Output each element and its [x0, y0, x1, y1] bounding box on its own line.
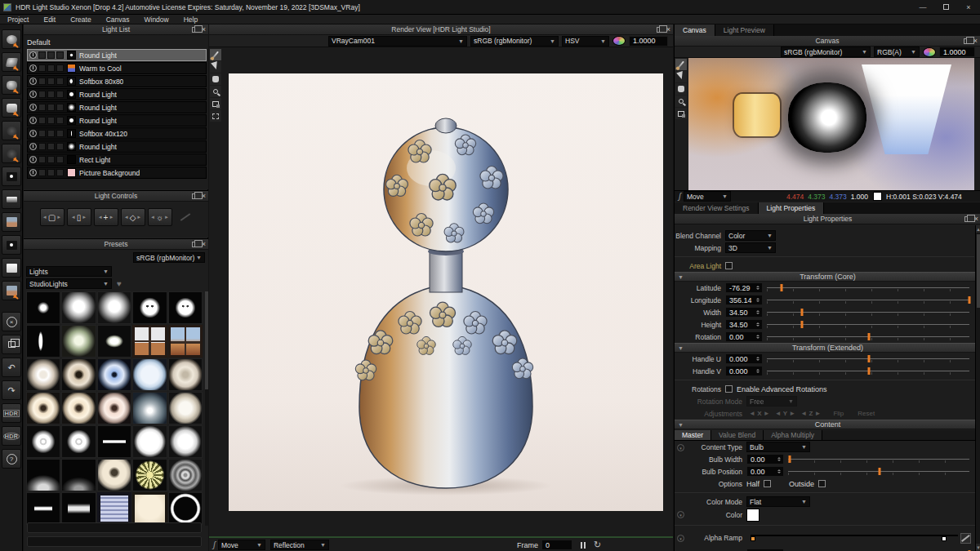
presets-library-dropdown[interactable]: StudioLights▼ [26, 278, 112, 289]
light-mask-button[interactable] [56, 130, 64, 137]
menu-canvas[interactable]: Canvas [99, 16, 137, 24]
preset-thumbnail[interactable] [132, 291, 167, 324]
hdr-export-icon[interactable]: HDR [2, 403, 21, 423]
hdr-render-icon[interactable]: HDR [2, 426, 21, 446]
preset-thumbnail[interactable] [97, 325, 131, 358]
canvas-channel-dropdown[interactable]: RGB(A)▼ [874, 47, 920, 57]
preset-thumbnail[interactable] [132, 425, 167, 458]
preset-thumbnail[interactable] [168, 492, 203, 525]
create-soft-light-icon[interactable] [2, 75, 21, 95]
preset-thumbnail[interactable] [168, 325, 203, 358]
preset-thumbnail[interactable] [97, 425, 131, 458]
tab-master[interactable]: Master [675, 430, 711, 440]
preset-thumbnail[interactable] [26, 392, 60, 424]
delete-light-icon[interactable]: × [2, 312, 21, 331]
display-mode-dropdown[interactable]: HSV▼ [562, 36, 609, 47]
latitude-slider[interactable] [767, 283, 971, 292]
tab-light-preview[interactable]: Light Preview [715, 24, 774, 36]
select-tool-icon[interactable] [210, 61, 221, 73]
light-power-toggle[interactable] [29, 51, 37, 59]
light-mask-button[interactable] [56, 117, 64, 124]
canvas-colorspace-dropdown[interactable]: sRGB (rgbMonitor)▼ [781, 47, 871, 57]
light-power-toggle[interactable] [29, 130, 37, 137]
tab-canvas[interactable]: Canvas [675, 24, 715, 36]
zoom-tool-icon[interactable] [675, 96, 687, 107]
help-icon[interactable]: ? [2, 449, 21, 469]
adjust-y-button[interactable]: ◄ Y ► [775, 410, 796, 417]
adjust-z-button[interactable]: ◄ Z ► [800, 410, 821, 417]
adjust-x-button[interactable]: ◄ X ► [749, 410, 770, 417]
color-wheel-icon[interactable] [612, 36, 626, 46]
light-mask-button[interactable] [56, 91, 64, 98]
create-spot-light-icon[interactable] [2, 144, 21, 163]
color-mode-dropdown[interactable]: Flat▼ [746, 496, 810, 507]
width-field[interactable]: 34.50 [725, 307, 763, 318]
light-power-toggle[interactable] [29, 64, 37, 72]
light-select-button[interactable] [47, 64, 55, 72]
preset-thumbnail[interactable] [61, 425, 96, 458]
move-control-button[interactable]: ◄+► [94, 208, 118, 226]
light-list-row[interactable]: Warm to Cool [27, 62, 207, 74]
properties-scrollbar[interactable]: ▲ ▼ [975, 225, 980, 551]
ramp-peg-end[interactable] [942, 536, 947, 541]
preset-thumbnail[interactable] [168, 459, 203, 491]
canvas-light-cool[interactable] [862, 64, 951, 154]
ramp-curve-button[interactable] [960, 533, 971, 544]
close-button[interactable]: × [957, 0, 980, 14]
light-mask-button[interactable] [56, 143, 64, 150]
area-light-checkbox[interactable] [725, 262, 733, 269]
preset-thumbnail[interactable] [61, 358, 96, 391]
light-select-button[interactable] [47, 51, 55, 59]
height-slider[interactable] [767, 320, 971, 329]
preset-thumbnail[interactable] [97, 291, 131, 324]
light-power-toggle[interactable] [29, 78, 37, 85]
longitude-field[interactable]: 356.14 [725, 295, 763, 305]
create-dark-background-icon[interactable] [2, 235, 21, 255]
zoom-tool-icon[interactable] [210, 86, 221, 97]
float-panel-icon[interactable] [657, 27, 663, 33]
create-round-light-icon[interactable] [2, 29, 21, 49]
tab-render-view-settings[interactable]: Render View Settings [675, 202, 759, 214]
light-list-row[interactable]: Rect Light [27, 153, 207, 166]
content-type-dropdown[interactable]: Bulb▼ [746, 442, 810, 452]
transform-core-section[interactable]: ▼Transform (Core) [675, 272, 980, 282]
ramp-peg-start[interactable] [751, 536, 755, 541]
menu-help[interactable]: Help [176, 16, 205, 24]
color-wheel-icon[interactable] [923, 47, 936, 57]
menu-project[interactable]: Project [0, 16, 36, 24]
bulb-width-field[interactable]: 0.00 [746, 454, 784, 464]
preset-thumbnail[interactable] [132, 459, 167, 491]
pan-tool-icon[interactable] [210, 73, 221, 85]
pass-dropdown[interactable]: Reflection▼ [270, 540, 329, 550]
paint-tool-icon[interactable] [675, 59, 687, 70]
light-select-button[interactable] [47, 104, 55, 111]
light-select-button[interactable] [47, 143, 55, 150]
rotation-slider[interactable] [767, 332, 971, 341]
preset-thumbnail[interactable] [61, 325, 96, 358]
create-scene-light-icon[interactable] [2, 281, 21, 300]
preset-thumbnail[interactable] [97, 492, 131, 525]
height-field[interactable]: 34.50 [725, 319, 763, 330]
menu-create[interactable]: Create [63, 16, 99, 24]
preset-thumbnail[interactable] [132, 392, 167, 424]
preset-thumbnail[interactable] [168, 291, 203, 324]
rotation-mode-dropdown[interactable]: Free▼ [746, 396, 797, 407]
render-colorspace-dropdown[interactable]: sRGB (rgbMonitor)▼ [470, 36, 559, 47]
light-solo-button[interactable] [38, 104, 46, 111]
rotation-field[interactable]: 0.00 [725, 331, 763, 342]
bulb-position-field[interactable]: 0.00 [746, 466, 784, 477]
light-mask-button[interactable] [56, 64, 64, 72]
menu-window[interactable]: Window [136, 16, 176, 24]
light-list-row[interactable]: Round Light [27, 114, 207, 127]
outside-checkbox[interactable] [818, 480, 826, 487]
light-power-toggle[interactable] [29, 156, 37, 163]
preset-thumbnail[interactable] [61, 459, 96, 491]
tab-alpha-multiply[interactable]: Alpha Multiply [764, 430, 822, 440]
redo-icon[interactable]: ↷ [2, 380, 21, 400]
latitude-field[interactable]: -76.29 [725, 282, 763, 293]
float-panel-icon[interactable] [964, 38, 970, 44]
bulb-width-slider[interactable] [788, 455, 971, 464]
create-gradient-light-icon[interactable] [2, 98, 21, 118]
light-list-row[interactable]: Round Light [27, 88, 207, 100]
favorite-heart-icon[interactable]: ♥ [117, 279, 122, 288]
